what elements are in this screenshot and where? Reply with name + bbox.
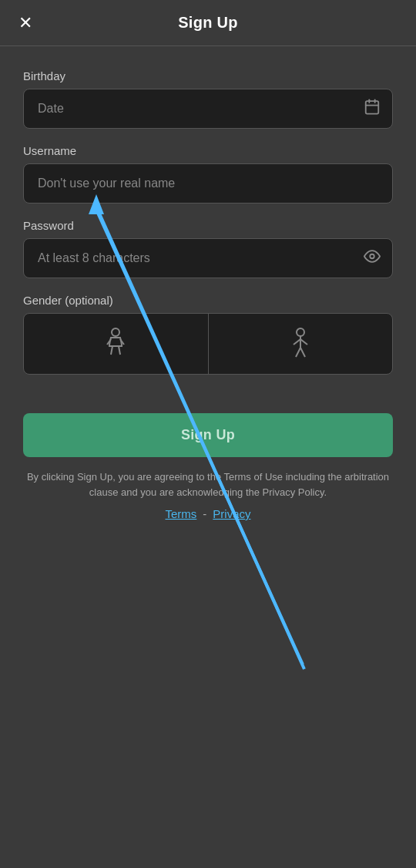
birthday-field-group: Birthday xyxy=(23,69,393,129)
birthday-input-wrapper xyxy=(23,89,393,129)
username-label: Username xyxy=(23,144,393,157)
svg-line-15 xyxy=(300,348,305,357)
eye-icon[interactable] xyxy=(364,248,381,269)
gender-field-group: Gender (optional) xyxy=(23,294,393,375)
privacy-link[interactable]: Privacy xyxy=(213,507,250,520)
close-icon: ✕ xyxy=(18,15,32,32)
gender-female-button[interactable] xyxy=(24,314,209,374)
svg-point-5 xyxy=(112,328,119,336)
birthday-label: Birthday xyxy=(23,69,393,82)
legal-links: Terms - Privacy xyxy=(23,507,393,520)
legal-separator: - xyxy=(203,507,206,520)
gender-label: Gender (optional) xyxy=(23,294,393,307)
page-title: Sign Up xyxy=(178,14,238,32)
password-input[interactable] xyxy=(23,238,393,278)
svg-point-4 xyxy=(370,254,374,259)
male-icon xyxy=(288,328,313,360)
terms-link[interactable]: Terms xyxy=(165,507,196,520)
signup-button[interactable]: Sign Up xyxy=(23,413,393,457)
svg-line-6 xyxy=(111,346,112,355)
svg-line-12 xyxy=(294,339,300,345)
close-button[interactable]: ✕ xyxy=(15,12,35,35)
svg-point-10 xyxy=(297,328,304,336)
svg-line-14 xyxy=(296,348,300,357)
signup-btn-container: Sign Up xyxy=(0,390,416,457)
gender-male-button[interactable] xyxy=(209,314,393,374)
gender-selector xyxy=(23,313,393,375)
username-field-group: Username xyxy=(23,144,393,204)
password-label: Password xyxy=(23,219,393,232)
signup-form: Birthday Username Password xyxy=(0,46,416,375)
password-input-wrapper xyxy=(23,238,393,278)
birthday-input[interactable] xyxy=(23,89,393,129)
header: ✕ Sign Up xyxy=(0,0,416,46)
legal-text: By clicking Sign Up, you are agreeing to… xyxy=(23,469,393,500)
female-icon xyxy=(103,328,128,360)
password-field-group: Password xyxy=(23,219,393,278)
legal-container: By clicking Sign Up, you are agreeing to… xyxy=(0,457,416,520)
svg-line-13 xyxy=(300,339,307,345)
username-input-wrapper xyxy=(23,163,393,204)
username-input[interactable] xyxy=(23,163,393,204)
svg-line-7 xyxy=(119,346,120,355)
